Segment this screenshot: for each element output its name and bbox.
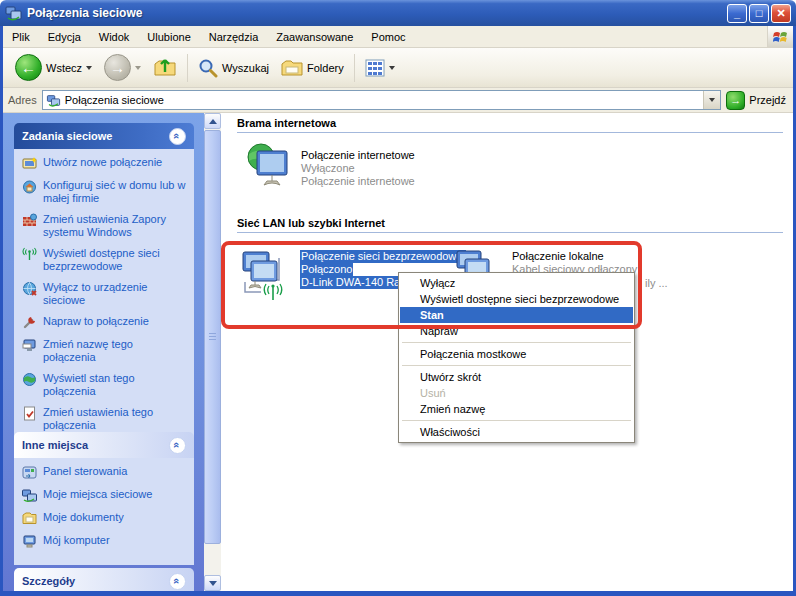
address-dropdown-button[interactable] <box>703 91 720 109</box>
back-button[interactable]: ← Wstecz <box>9 52 98 84</box>
task-view-status[interactable]: Wyświetl stan tego połączenia <box>22 372 188 398</box>
addressbar: Adres Połączenia sieciowe → Przejdź <box>3 88 793 113</box>
toolbar-separator <box>187 54 188 82</box>
place-label: Mój komputer <box>43 534 110 547</box>
rename-icon <box>22 338 37 353</box>
collapse-chevron-icon[interactable]: « <box>169 128 186 145</box>
up-folder-icon <box>153 57 177 79</box>
group-title-lan: Sieć LAN lub szybki Internet <box>237 217 385 229</box>
address-input[interactable]: Połączenia sieciowe <box>42 90 722 110</box>
other-places-header[interactable]: Inne miejsca « <box>14 432 194 458</box>
my-computer-icon <box>22 534 37 549</box>
menu-widok[interactable]: Widok <box>90 28 139 46</box>
menu-item-polaczenia-mostkowe[interactable]: Połączenia mostkowe <box>400 346 633 362</box>
forward-button[interactable]: → <box>98 52 147 84</box>
connection-status: Wyłączone <box>301 162 415 175</box>
other-places-title: Inne miejsca <box>22 439 88 451</box>
settings-icon <box>22 406 37 421</box>
connection-name: Połączenie sieci bezprzewodowej <box>300 250 466 263</box>
windows-logo-icon <box>767 26 793 47</box>
group-divider <box>237 132 783 133</box>
my-documents-icon <box>22 511 37 526</box>
menu-item-napraw[interactable]: Napraw <box>400 323 633 339</box>
window-border <box>0 591 796 596</box>
task-create-connection[interactable]: Utwórz nowe połączenie <box>22 156 188 171</box>
internet-connection-icon[interactable] <box>243 141 297 195</box>
scroll-up-button[interactable] <box>204 113 221 129</box>
back-label: Wstecz <box>46 62 82 74</box>
task-rename-connection[interactable]: Zmień nazwę tego połączenia <box>22 338 188 364</box>
back-icon: ← <box>15 54 42 81</box>
place-control-panel[interactable]: Panel sterowania <box>22 465 188 480</box>
address-location-icon <box>46 94 61 107</box>
task-label: Zmień ustawienia tego połączenia <box>43 406 188 432</box>
wireless-connection-icon[interactable] <box>235 244 297 304</box>
scroll-down-button[interactable] <box>204 575 221 591</box>
internet-connection-tile[interactable]: Połączenie internetowe Wyłączone Połącze… <box>301 149 415 188</box>
menu-item-usun: Usuń <box>400 385 633 401</box>
menu-plik[interactable]: Plik <box>3 28 39 46</box>
menu-ulubione[interactable]: Ulubione <box>138 28 199 46</box>
details-header[interactable]: Szczegóły « <box>14 568 194 591</box>
address-label: Adres <box>8 94 37 106</box>
forward-icon: → <box>104 54 131 81</box>
task-change-settings[interactable]: Zmień ustawienia tego połączenia <box>22 406 188 432</box>
place-network-places[interactable]: Moje miejsca sieciowe <box>22 488 188 503</box>
maximize-button[interactable]: □ <box>749 4 769 23</box>
views-button[interactable] <box>359 52 401 84</box>
home-network-icon <box>22 179 37 194</box>
back-dropdown-caret-icon[interactable] <box>86 66 92 70</box>
collapse-chevron-icon[interactable]: « <box>169 573 186 590</box>
scrollbar-thumb[interactable] <box>204 130 221 544</box>
folders-button[interactable]: Foldery <box>275 52 350 84</box>
menu-narzedzia[interactable]: Narzędzia <box>200 28 268 46</box>
menu-item-stan[interactable]: Stan <box>400 307 633 323</box>
window-border <box>0 26 3 596</box>
collapse-chevron-icon[interactable]: « <box>169 437 186 454</box>
task-disable-device[interactable]: Wyłącz to urządzenie sieciowe <box>22 281 188 307</box>
network-tasks-panel: Zadania sieciowe « Utwórz nowe połączeni… <box>14 123 194 448</box>
disable-device-icon <box>22 281 37 296</box>
menu-zaawansowane[interactable]: Zaawansowane <box>267 28 362 46</box>
place-my-documents[interactable]: Moje dokumenty <box>22 511 188 526</box>
menu-item-wlasciwosci[interactable]: Właściwości <box>400 424 633 440</box>
network-connections-icon <box>5 5 22 21</box>
toolbar: ← Wstecz → Wyszukaj Foldery <box>3 48 793 88</box>
folders-label: Foldery <box>307 62 344 74</box>
menu-separator <box>402 365 631 366</box>
network-tasks-header[interactable]: Zadania sieciowe « <box>14 123 194 149</box>
window-title: Połączenia sieciowe <box>27 6 725 20</box>
vertical-scrollbar[interactable] <box>204 113 221 591</box>
minimize-button[interactable]: _ <box>727 4 747 23</box>
task-setup-home-network[interactable]: Konfiguruj sieć w domu lub w małej firmi… <box>22 179 188 205</box>
connection-device: Połączenie internetowe <box>301 175 415 188</box>
menubar: Plik Edycja Widok Ulubione Narzędzia Zaa… <box>3 26 793 48</box>
task-label: Wyświetl stan tego połączenia <box>43 372 188 398</box>
menu-edycja[interactable]: Edycja <box>39 28 90 46</box>
place-my-computer[interactable]: Mój komputer <box>22 534 188 549</box>
titlebar: Połączenia sieciowe _ □ ✕ <box>0 0 796 26</box>
menu-separator <box>402 420 631 421</box>
menu-item-wylacz[interactable]: Wyłącz <box>400 275 633 291</box>
place-label: Moje miejsca sieciowe <box>43 488 152 501</box>
group-divider <box>237 232 783 233</box>
close-button[interactable]: ✕ <box>771 4 791 23</box>
menu-item-zmien-nazwe[interactable]: Zmień nazwę <box>400 401 633 417</box>
wireless-icon <box>22 247 37 262</box>
menu-item-utworz-skrot[interactable]: Utwórz skrót <box>400 369 633 385</box>
task-firewall-settings[interactable]: Zmień ustawienia Zapory systemu Windows <box>22 213 188 239</box>
search-button[interactable]: Wyszukaj <box>192 52 275 84</box>
firewall-icon <box>22 213 37 228</box>
task-repair-connection[interactable]: Napraw to połączenie <box>22 315 188 330</box>
views-dropdown-caret-icon[interactable] <box>389 66 395 70</box>
go-button[interactable]: → Przejdź <box>726 91 788 110</box>
status-icon <box>22 372 37 387</box>
forward-dropdown-caret-icon <box>135 66 141 70</box>
menu-pomoc[interactable]: Pomoc <box>362 28 414 46</box>
task-view-wireless-networks[interactable]: Wyświetl dostępne sieci bezprzewodowe <box>22 247 188 273</box>
repair-icon <box>22 315 37 330</box>
menu-item-wyswietl-sieci[interactable]: Wyświetl dostępne sieci bezprzewodowe <box>400 291 633 307</box>
task-label: Zmień nazwę tego połączenia <box>43 338 188 364</box>
up-button[interactable] <box>147 52 183 84</box>
place-label: Moje dokumenty <box>43 511 124 524</box>
